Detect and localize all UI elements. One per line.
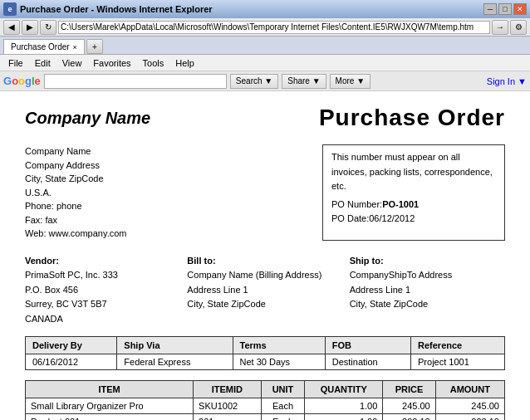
tab-purchase-order[interactable]: Purchase Order × — [3, 39, 85, 54]
po-date-line: PO Date:06/12/2012 — [331, 212, 496, 227]
delivery-cell-0: 06/16/2012 — [26, 354, 117, 370]
address-line-7: Web: www.company.com — [25, 227, 126, 241]
item-cell-0-2: Each — [261, 398, 305, 414]
address-line-4: U.S.A. — [25, 186, 126, 200]
maximize-button[interactable]: □ — [498, 3, 512, 15]
item-row-1: Product 001001Each1.00200.12200.12 — [26, 414, 505, 420]
item-cell-1-4: 200.12 — [383, 414, 435, 420]
minimize-button[interactable]: ─ — [483, 3, 497, 15]
title-bar: e Purchase Order - Windows Internet Expl… — [0, 0, 530, 18]
bill-line-3: City, State ZipCode — [187, 297, 342, 312]
forward-button[interactable]: ▶ — [22, 20, 38, 35]
delivery-cell-2: Net 30 Days — [233, 354, 325, 370]
google-logo: Google — [3, 75, 41, 87]
po-title: Purchase Order — [319, 105, 505, 131]
address-line-5: Phone: phone — [25, 199, 126, 213]
company-name-heading: Company Name — [25, 109, 150, 128]
bill-line-2: Address Line 1 — [187, 283, 342, 298]
item-cell-0-1: SKU1002 — [194, 398, 262, 414]
item-header-5: AMOUNT — [435, 381, 504, 398]
po-number-box: This number must appear on all invoices,… — [322, 144, 505, 241]
back-button[interactable]: ◀ — [3, 20, 20, 35]
po-box-note: This number must appear on all invoices,… — [331, 150, 496, 194]
vendor-line-4: CANADA — [25, 312, 180, 327]
items-table: ITEM ITEMID UNIT QUANTITY PRICE AMOUNT S… — [25, 380, 505, 420]
vendor-label: Vendor: — [25, 254, 180, 269]
menu-file[interactable]: File — [3, 56, 28, 71]
signin-link[interactable]: Sign In ▼ — [487, 76, 527, 86]
item-header-1: ITEMID — [194, 381, 262, 398]
po-number-value: PO-1001 — [382, 199, 419, 209]
vendor-col: Vendor: PrimaSoft PC, Inc. 333 P.O. Box … — [25, 254, 180, 327]
delivery-header-0: Delivery By — [26, 337, 117, 354]
vendor-line-3: Surrey, BC V3T 5B7 — [25, 297, 180, 312]
menu-tools[interactable]: Tools — [138, 56, 169, 71]
delivery-table: Delivery By Ship Via Terms FOB Reference… — [25, 336, 505, 370]
tab-label: Purchase Order — [11, 42, 70, 51]
go-button[interactable]: → — [492, 20, 508, 35]
menu-favorites[interactable]: Favorites — [88, 56, 135, 71]
bill-to-col: Bill to: Company Name (Billing Address) … — [187, 254, 342, 327]
item-header-4: PRICE — [383, 381, 435, 398]
po-date-value: 06/12/2012 — [369, 213, 415, 223]
address-line-1: Company Name — [25, 144, 126, 159]
menu-view[interactable]: View — [57, 56, 87, 71]
address-bar: ◀ ▶ ↻ → ⚙ — [0, 18, 530, 37]
address-section: Company Name Company Address City, State… — [25, 144, 505, 241]
tab-close-button[interactable]: × — [73, 43, 77, 51]
delivery-row: 06/16/2012 Federal Express Net 30 Days D… — [26, 354, 505, 370]
ship-to-col: Ship to: CompanyShipTo Address Address L… — [350, 254, 505, 327]
vendor-line-2: P.O. Box 456 — [25, 283, 180, 298]
item-cell-1-1: 001 — [194, 414, 262, 420]
address-input[interactable] — [58, 21, 490, 34]
refresh-button[interactable]: ↻ — [40, 20, 56, 35]
window-controls[interactable]: ─ □ ✕ — [483, 3, 527, 15]
tools-button[interactable]: ⚙ — [510, 20, 527, 35]
item-header-0: ITEM — [26, 381, 194, 398]
item-header-3: QUANTITY — [305, 381, 383, 398]
window-title: Purchase Order - Windows Internet Explor… — [20, 4, 480, 14]
vendor-line-1: PrimaSoft PC, Inc. 333 — [25, 268, 180, 283]
item-cell-0-4: 245.00 — [383, 398, 435, 414]
menu-bar: File Edit View Favorites Tools Help — [0, 55, 530, 71]
new-tab-button[interactable]: + — [86, 39, 103, 54]
delivery-cell-4: Project 1001 — [411, 354, 505, 370]
address-line-6: Fax: fax — [25, 213, 126, 227]
address-line-2: Company Address — [25, 159, 126, 173]
google-search-button[interactable]: Search ▼ — [230, 74, 278, 89]
bill-line-1: Company Name (Billing Address) — [187, 268, 342, 283]
more-button[interactable]: More ▼ — [330, 74, 371, 89]
ship-line-2: Address Line 1 — [350, 283, 505, 298]
po-number-line: PO Number:PO-1001 — [331, 198, 496, 212]
item-header-2: UNIT — [261, 381, 305, 398]
content-area: Company Name Purchase Order Company Name… — [0, 91, 530, 420]
delivery-header-4: Reference — [411, 337, 505, 354]
ship-to-label: Ship to: — [350, 254, 505, 269]
item-cell-1-0: Product 001 — [26, 414, 194, 420]
google-search-input[interactable] — [44, 74, 227, 89]
item-cell-1-3: 1.00 — [305, 414, 383, 420]
item-cell-0-0: Small Library Organizer Pro — [26, 398, 194, 414]
menu-edit[interactable]: Edit — [30, 56, 56, 71]
delivery-cell-3: Destination — [325, 354, 410, 370]
google-toolbar: Google Search ▼ Share ▼ More ▼ Sign In ▼ — [0, 71, 530, 91]
delivery-header-1: Ship Via — [117, 337, 233, 354]
menu-help[interactable]: Help — [170, 56, 199, 71]
delivery-header-2: Terms — [233, 337, 325, 354]
item-cell-1-5: 200.12 — [435, 414, 504, 420]
share-button[interactable]: Share ▼ — [282, 74, 326, 89]
item-cell-0-5: 245.00 — [435, 398, 504, 414]
close-button[interactable]: ✕ — [513, 3, 527, 15]
delivery-cell-1: Federal Express — [117, 354, 233, 370]
document-header: Company Name Purchase Order — [25, 105, 505, 131]
item-cell-1-2: Each — [261, 414, 305, 420]
company-address: Company Name Company Address City, State… — [25, 144, 126, 241]
ie-icon: e — [3, 2, 17, 16]
vbs-section: Vendor: PrimaSoft PC, Inc. 333 P.O. Box … — [25, 254, 505, 327]
item-cell-0-3: 1.00 — [305, 398, 383, 414]
ship-line-3: City, State ZipCode — [350, 297, 505, 312]
item-row-0: Small Library Organizer ProSKU1002Each1.… — [26, 398, 505, 414]
po-date-label: PO Date: — [331, 213, 369, 223]
tab-bar: Purchase Order × + — [0, 37, 530, 55]
address-line-3: City, State ZipCode — [25, 172, 126, 186]
